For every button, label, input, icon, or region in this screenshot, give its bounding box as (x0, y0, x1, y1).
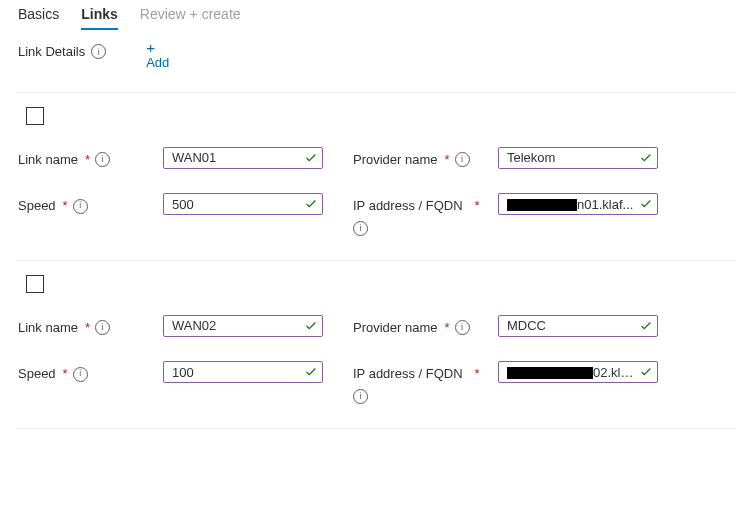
add-link-label: Add (146, 55, 169, 72)
info-icon[interactable]: i (353, 221, 368, 236)
tab-links[interactable]: Links (81, 4, 118, 30)
ip-fqdn-input[interactable]: n01.klaf... (498, 193, 658, 215)
link-name-value: WAN02 (172, 318, 304, 333)
link-name-label: Link name (18, 150, 78, 170)
provider-name-input[interactable]: Telekom (498, 147, 658, 169)
info-icon[interactable]: i (73, 199, 88, 214)
link-item: Link name* i WAN01 Provider name* i Tele… (18, 93, 735, 260)
required-marker: * (475, 196, 480, 216)
speed-value: 100 (172, 365, 304, 380)
info-icon[interactable]: i (95, 152, 110, 167)
info-icon[interactable]: i (455, 320, 470, 335)
wizard-tabs: Basics Links Review + create (18, 4, 735, 30)
select-link-checkbox[interactable] (26, 275, 44, 293)
speed-value: 500 (172, 197, 304, 212)
provider-name-input[interactable]: MDCC (498, 315, 658, 337)
ip-fqdn-value: 02.klaf... (507, 365, 639, 380)
tab-review-create: Review + create (140, 4, 241, 30)
ip-fqdn-input[interactable]: 02.klaf... (498, 361, 658, 383)
valid-check-icon (639, 319, 653, 333)
provider-name-value: Telekom (507, 150, 639, 165)
ip-fqdn-label: IP address / FQDN (353, 196, 463, 216)
valid-check-icon (304, 197, 318, 211)
valid-check-icon (639, 197, 653, 211)
required-marker: * (63, 364, 68, 384)
required-marker: * (445, 318, 450, 338)
provider-name-label: Provider name (353, 318, 438, 338)
speed-label: Speed (18, 196, 56, 216)
info-icon[interactable]: i (455, 152, 470, 167)
ip-fqdn-value: n01.klaf... (507, 197, 639, 212)
select-link-checkbox[interactable] (26, 107, 44, 125)
tab-basics[interactable]: Basics (18, 4, 59, 30)
info-icon[interactable]: i (353, 389, 368, 404)
info-icon[interactable]: i (73, 367, 88, 382)
link-name-label: Link name (18, 318, 78, 338)
required-marker: * (85, 318, 90, 338)
link-name-input[interactable]: WAN02 (163, 315, 323, 337)
link-item: Link name* i WAN02 Provider name* i MDCC (18, 261, 735, 428)
speed-input[interactable]: 100 (163, 361, 323, 383)
required-marker: * (85, 150, 90, 170)
link-details-label: Link Details (18, 44, 85, 59)
plus-icon: + (146, 40, 169, 55)
info-icon[interactable]: i (91, 44, 106, 59)
speed-input[interactable]: 500 (163, 193, 323, 215)
valid-check-icon (304, 151, 318, 165)
redacted-text (507, 367, 593, 379)
valid-check-icon (639, 151, 653, 165)
speed-label: Speed (18, 364, 56, 384)
valid-check-icon (304, 365, 318, 379)
required-marker: * (63, 196, 68, 216)
ip-fqdn-label: IP address / FQDN (353, 364, 463, 384)
link-name-value: WAN01 (172, 150, 304, 165)
separator (18, 428, 735, 429)
provider-name-label: Provider name (353, 150, 438, 170)
link-name-input[interactable]: WAN01 (163, 147, 323, 169)
add-link-button[interactable]: + Add (146, 40, 169, 72)
required-marker: * (475, 364, 480, 384)
valid-check-icon (304, 319, 318, 333)
required-marker: * (445, 150, 450, 170)
redacted-text (507, 199, 577, 211)
info-icon[interactable]: i (95, 320, 110, 335)
valid-check-icon (639, 365, 653, 379)
provider-name-value: MDCC (507, 318, 639, 333)
